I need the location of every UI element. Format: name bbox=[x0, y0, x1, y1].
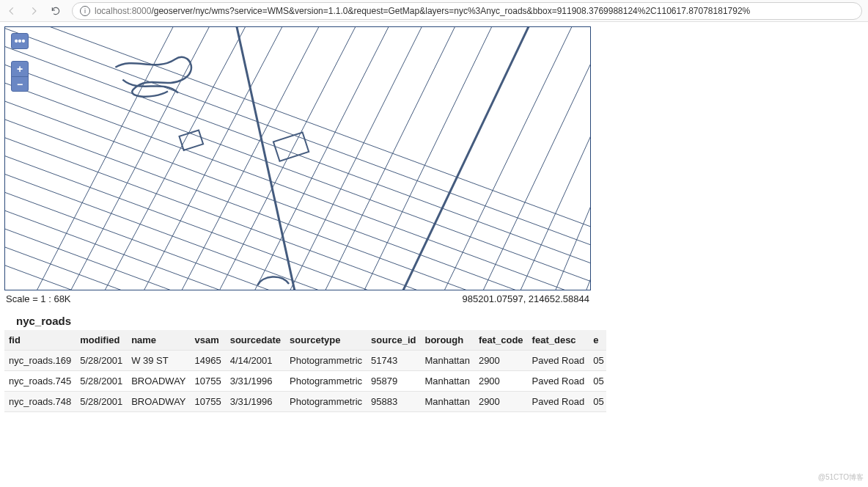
cell-modified: 5/28/2001 bbox=[76, 392, 127, 412]
col-modified: modified bbox=[76, 330, 127, 351]
col-sourcedate: sourcedate bbox=[226, 330, 285, 351]
svg-line-12 bbox=[414, 27, 590, 290]
map-menu-control[interactable]: ••• bbox=[11, 33, 29, 49]
col-e: e bbox=[589, 330, 606, 351]
svg-line-13 bbox=[455, 27, 590, 290]
cell-feat_code: 2900 bbox=[474, 351, 528, 371]
cell-borough: Manhattan bbox=[420, 351, 474, 371]
cell-sourcetype: Photogrammetric bbox=[285, 351, 367, 371]
table-header-row: fid modified name vsam sourcedate source… bbox=[4, 330, 606, 351]
svg-line-27 bbox=[5, 249, 590, 290]
table-row[interactable]: nyc_roads.7455/28/2001BROADWAY107553/31/… bbox=[4, 371, 606, 392]
cell-feat_desc: Paved Road bbox=[528, 392, 589, 412]
cell-modified: 5/28/2001 bbox=[76, 351, 127, 371]
cell-e: 05 bbox=[589, 351, 606, 371]
col-feat-code: feat_code bbox=[474, 330, 528, 351]
col-fid: fid bbox=[4, 330, 76, 351]
col-sourcetype: sourcetype bbox=[285, 330, 367, 351]
col-name: name bbox=[127, 330, 190, 351]
cell-feat_desc: Paved Road bbox=[528, 371, 589, 392]
svg-line-15 bbox=[531, 129, 590, 290]
forward-button[interactable] bbox=[28, 5, 40, 17]
cell-feat_code: 2900 bbox=[474, 392, 528, 412]
cell-fid: nyc_roads.745 bbox=[4, 371, 76, 392]
cell-borough: Manhattan bbox=[420, 371, 474, 392]
cell-sourcedate: 3/31/1996 bbox=[226, 392, 285, 412]
cell-feat_code: 2900 bbox=[474, 371, 528, 392]
svg-line-23 bbox=[5, 177, 590, 290]
svg-line-26 bbox=[5, 231, 590, 290]
cell-fid: nyc_roads.169 bbox=[4, 351, 76, 371]
cell-sourcedate: 4/14/2001 bbox=[226, 351, 285, 371]
map-viewport[interactable]: ••• + − bbox=[4, 26, 591, 290]
cell-name: BROADWAY bbox=[127, 392, 190, 412]
svg-line-29 bbox=[5, 27, 590, 260]
map-menu-button[interactable]: ••• bbox=[12, 34, 28, 48]
zoom-in-button[interactable]: + bbox=[12, 62, 28, 76]
svg-line-10 bbox=[334, 27, 549, 290]
browser-toolbar: i localhost:8000 /geoserver/nyc/wms?serv… bbox=[0, 0, 868, 22]
svg-line-4 bbox=[108, 27, 341, 290]
cell-vsam: 10755 bbox=[191, 371, 226, 392]
cell-e: 05 bbox=[589, 392, 606, 412]
zoom-out-button[interactable]: − bbox=[12, 76, 28, 91]
cell-source_id: 95879 bbox=[367, 371, 420, 392]
svg-line-1 bbox=[6, 27, 232, 290]
svg-line-9 bbox=[294, 27, 512, 290]
map-scale-label: Scale = 1 : 68K bbox=[6, 293, 71, 304]
map-zoom-control: + − bbox=[11, 61, 29, 92]
cell-name: BROADWAY bbox=[127, 371, 190, 392]
cell-source_id: 95883 bbox=[367, 392, 420, 412]
col-vsam: vsam bbox=[191, 330, 226, 351]
svg-line-18 bbox=[5, 86, 590, 290]
table-row[interactable]: nyc_roads.7485/28/2001BROADWAY107553/31/… bbox=[4, 392, 606, 412]
col-borough: borough bbox=[420, 330, 474, 351]
reload-button[interactable] bbox=[50, 5, 62, 17]
svg-line-30 bbox=[5, 27, 590, 242]
svg-line-0 bbox=[5, 27, 196, 290]
cell-vsam: 14965 bbox=[191, 351, 226, 371]
cell-sourcedate: 3/31/1996 bbox=[226, 371, 285, 392]
back-button[interactable] bbox=[6, 5, 18, 17]
address-bar[interactable]: i localhost:8000 /geoserver/nyc/wms?serv… bbox=[72, 2, 862, 20]
svg-line-6 bbox=[181, 27, 411, 290]
feature-table: fid modified name vsam sourcedate source… bbox=[4, 330, 606, 412]
cell-sourcetype: Photogrammetric bbox=[285, 392, 367, 412]
map-status-bar: Scale = 1 : 68K 985201.07597, 214652.588… bbox=[4, 292, 591, 312]
cell-source_id: 51743 bbox=[367, 351, 420, 371]
site-info-icon[interactable]: i bbox=[80, 6, 90, 16]
cell-sourcetype: Photogrammetric bbox=[285, 371, 367, 392]
layer-title: nyc_roads bbox=[4, 312, 864, 330]
svg-line-7 bbox=[218, 27, 444, 290]
cell-fid: nyc_roads.748 bbox=[4, 392, 76, 412]
col-feat-desc: feat_desc bbox=[528, 330, 589, 351]
cell-e: 05 bbox=[589, 371, 606, 392]
svg-line-14 bbox=[495, 71, 591, 290]
svg-line-22 bbox=[5, 158, 590, 290]
url-host: localhost:8000 bbox=[95, 6, 151, 16]
svg-line-16 bbox=[5, 49, 590, 290]
cell-borough: Manhattan bbox=[420, 392, 474, 412]
cell-modified: 5/28/2001 bbox=[76, 371, 127, 392]
map-coords-label: 985201.07597, 214652.58844 bbox=[462, 293, 589, 304]
cell-vsam: 10755 bbox=[191, 392, 226, 412]
svg-rect-32 bbox=[179, 130, 203, 150]
url-path: /geoserver/nyc/wms?service=WMS&version=1… bbox=[151, 6, 750, 16]
svg-line-17 bbox=[5, 67, 590, 290]
cell-name: W 39 ST bbox=[127, 351, 190, 371]
cell-feat_desc: Paved Road bbox=[528, 351, 589, 371]
svg-line-2 bbox=[35, 27, 268, 290]
table-row[interactable]: nyc_roads.1695/28/2001W 39 ST149654/14/2… bbox=[4, 351, 606, 371]
svg-line-19 bbox=[5, 103, 590, 290]
col-source-id: source_id bbox=[367, 330, 420, 351]
map-roads-layer bbox=[5, 27, 590, 290]
